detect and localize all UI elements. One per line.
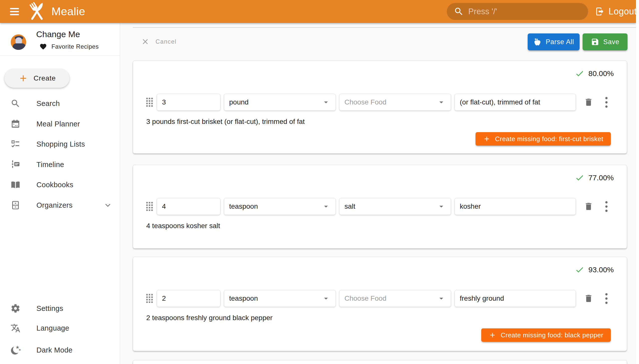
more-options-button[interactable] xyxy=(604,292,608,305)
search-input[interactable]: Press '/' xyxy=(447,3,588,20)
delete-ingredient-button[interactable] xyxy=(584,98,593,107)
sidebar-item-label: Settings xyxy=(37,304,63,313)
sidebar-item-meal-planner[interactable]: Meal Planner xyxy=(0,114,120,134)
check-icon xyxy=(575,69,584,78)
sidebar-item-label: Organizers xyxy=(37,201,73,210)
confidence-value: 93.00% xyxy=(588,266,614,274)
logout-icon xyxy=(595,7,604,16)
sidebar-item-dark-mode[interactable]: ★★ Dark Mode xyxy=(0,340,120,360)
more-options-button[interactable] xyxy=(604,200,608,213)
unit-select[interactable]: teaspoon xyxy=(224,198,336,215)
favorite-recipes-label: Favorite Recipes xyxy=(51,43,99,50)
sidebar-item-timeline[interactable]: Timeline xyxy=(0,154,120,175)
app-bar: Mealie Press '/' Logout xyxy=(0,0,636,23)
open-book-icon xyxy=(11,180,21,190)
cancel-button[interactable]: Cancel xyxy=(141,38,176,46)
ingredient-card: 77.00% teaspoon salt xyxy=(133,165,627,248)
unit-select-value: teaspoon xyxy=(229,202,258,210)
search-icon xyxy=(454,6,464,16)
check-icon xyxy=(575,173,584,182)
save-icon xyxy=(591,38,599,46)
ingredient-card: 93.00% teaspoon Choose Food xyxy=(133,257,627,351)
note-input[interactable] xyxy=(460,202,571,210)
sidebar-item-shopping-lists[interactable]: Shopping Lists xyxy=(0,134,120,154)
create-button[interactable]: Create xyxy=(5,69,69,88)
sidebar-item-search[interactable]: Search xyxy=(0,93,120,114)
heart-icon xyxy=(40,43,47,50)
food-select[interactable]: Choose Food xyxy=(339,94,451,111)
sidebar-item-label: Meal Planner xyxy=(37,120,80,128)
sidebar: Change Me Favorite Recipes Create Search… xyxy=(0,23,120,364)
drag-handle-icon[interactable] xyxy=(146,98,153,107)
unit-select-value: pound xyxy=(229,98,249,106)
logout-label: Logout xyxy=(608,6,637,17)
quantity-input[interactable] xyxy=(162,202,215,210)
translate-icon xyxy=(11,323,21,333)
caret-down-icon xyxy=(321,202,330,211)
quantity-input[interactable] xyxy=(162,294,215,302)
food-select[interactable]: Choose Food xyxy=(339,290,451,307)
quantity-field xyxy=(157,290,221,307)
drag-handle-icon[interactable] xyxy=(146,202,153,211)
ingredient-parser-page: Cancel Parse All Save 80.00% pou xyxy=(120,23,636,364)
more-options-button[interactable] xyxy=(604,96,608,109)
sidebar-item-organizers[interactable]: Organizers xyxy=(0,195,120,216)
unit-select[interactable]: teaspoon xyxy=(224,290,336,307)
mealie-logo-icon[interactable] xyxy=(29,1,45,22)
create-missing-food-button[interactable]: Create missing food: first-cut brisket xyxy=(476,132,611,146)
confidence-value: 80.00% xyxy=(588,69,614,78)
food-select-value: salt xyxy=(344,202,355,210)
sidebar-item-label: Dark Mode xyxy=(37,346,73,354)
note-input[interactable] xyxy=(460,294,571,302)
gear-icon xyxy=(11,304,21,314)
original-ingredient-text: 2 teaspoons freshly ground black pepper xyxy=(146,314,273,322)
plus-icon xyxy=(18,73,28,83)
create-missing-food-button[interactable]: Create missing food: black pepper xyxy=(481,328,611,342)
caret-down-icon xyxy=(321,98,330,107)
create-missing-food-label: Create missing food: black pepper xyxy=(501,331,603,339)
delete-ingredient-button[interactable] xyxy=(584,294,593,303)
sidebar-item-language[interactable]: Language xyxy=(0,318,120,338)
menu-icon[interactable] xyxy=(10,8,19,15)
trash-icon xyxy=(584,294,593,303)
avatar[interactable] xyxy=(11,34,26,50)
parse-all-button[interactable]: Parse All xyxy=(528,34,580,50)
unit-select[interactable]: pound xyxy=(224,94,336,111)
user-name: Change Me xyxy=(36,30,80,39)
moon-icon: ★★ xyxy=(11,345,21,355)
cancel-label: Cancel xyxy=(155,38,176,45)
food-select-value: Choose Food xyxy=(344,294,386,302)
note-field xyxy=(455,290,576,307)
quantity-input[interactable] xyxy=(162,98,215,106)
ingredient-editor-row: teaspoon Choose Food xyxy=(146,290,608,307)
unit-select-value: teaspoon xyxy=(229,294,258,302)
sidebar-item-cookbooks[interactable]: Cookbooks xyxy=(0,174,120,195)
close-icon xyxy=(141,38,149,46)
drag-handle-icon[interactable] xyxy=(146,294,153,303)
plus-icon xyxy=(489,331,496,339)
section-divider xyxy=(133,27,636,28)
scrollbar-gutter[interactable] xyxy=(636,0,639,364)
checklist-icon xyxy=(11,139,21,149)
food-select-value: Choose Food xyxy=(344,98,386,106)
note-input[interactable] xyxy=(460,98,571,106)
ingredient-editor-row: teaspoon salt xyxy=(146,198,608,215)
favorite-recipes-link[interactable]: Favorite Recipes xyxy=(40,43,99,50)
plus-icon xyxy=(483,135,491,142)
ingredient-card: 80.00% pound Choose Food xyxy=(133,60,627,154)
sidebar-item-label: Shopping Lists xyxy=(37,140,85,148)
food-select[interactable]: salt xyxy=(339,198,451,215)
app-title: Mealie xyxy=(51,5,85,18)
sidebar-item-settings[interactable]: Settings xyxy=(0,298,120,318)
sidebar-divider xyxy=(0,56,120,56)
ingredient-card-partial xyxy=(133,360,627,364)
original-ingredient-text: 4 teaspoons kosher salt xyxy=(146,222,220,230)
save-button[interactable]: Save xyxy=(583,34,627,50)
cabinet-icon xyxy=(11,200,21,210)
confidence-value: 77.00% xyxy=(588,174,614,182)
delete-ingredient-button[interactable] xyxy=(584,202,593,211)
magnify-icon xyxy=(11,98,21,108)
chevron-down-icon[interactable] xyxy=(103,201,112,210)
confidence-indicator: 77.00% xyxy=(575,173,614,182)
logout-button[interactable]: Logout xyxy=(595,0,637,23)
